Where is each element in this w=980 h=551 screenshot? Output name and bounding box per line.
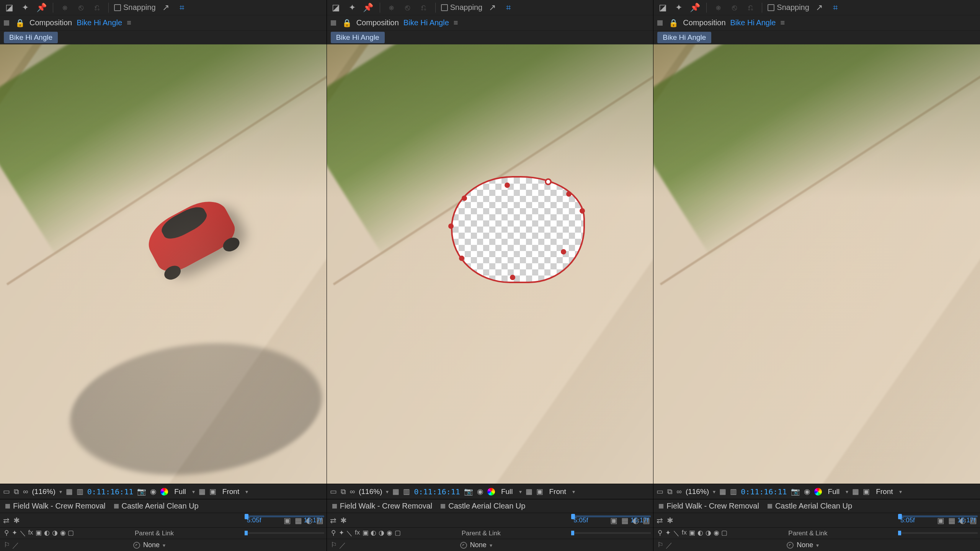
- work-area-handle[interactable]: [245, 531, 248, 535]
- view3d-dropdown-icon[interactable]: ▾: [899, 489, 902, 495]
- region-icon[interactable]: ▣: [536, 487, 543, 496]
- grid-icon[interactable]: ▦: [66, 487, 73, 496]
- pin-icon[interactable]: 📌: [689, 2, 701, 14]
- visibility-icon[interactable]: ／: [666, 541, 673, 550]
- puppet-2-icon[interactable]: ⎋: [728, 2, 740, 14]
- zoom-readout[interactable]: (116%): [359, 487, 382, 496]
- resolution-dropdown-icon[interactable]: ▾: [846, 489, 848, 495]
- parent-dropdown[interactable]: None ▾: [460, 541, 492, 549]
- zoom-dropdown-icon[interactable]: ▾: [386, 489, 389, 495]
- adjust-icon[interactable]: ◑: [51, 529, 58, 538]
- label-color-icon[interactable]: ⚐: [4, 541, 10, 550]
- mask-vertex[interactable]: [448, 223, 454, 229]
- av-icon[interactable]: ✦: [338, 529, 345, 538]
- puppet-2-icon[interactable]: ⎋: [75, 2, 87, 14]
- mask-icon[interactable]: ∞: [676, 487, 682, 496]
- fx-icon[interactable]: fx: [681, 529, 688, 538]
- work-area-slider[interactable]: [242, 528, 327, 539]
- av-icon[interactable]: ✦: [11, 529, 18, 538]
- mask-vertex[interactable]: [561, 249, 566, 254]
- magnify-icon[interactable]: ▭: [3, 487, 10, 496]
- transparency-grid-icon[interactable]: ▦: [199, 487, 206, 496]
- motion-blur-col-icon[interactable]: ◐: [43, 529, 50, 538]
- resolution-dropdown[interactable]: Full: [499, 487, 515, 497]
- 3d-icon[interactable]: ◉: [386, 529, 393, 538]
- mask-icon[interactable]: ∞: [23, 487, 28, 496]
- snap-option-1-icon[interactable]: ↗: [160, 2, 172, 14]
- region-icon[interactable]: ▣: [863, 487, 870, 496]
- brush-icon[interactable]: ✦: [19, 2, 31, 14]
- mask-path[interactable]: [451, 176, 585, 283]
- playhead-icon[interactable]: [898, 514, 902, 519]
- mask-icon[interactable]: ∞: [350, 487, 355, 496]
- zoom-dropdown-icon[interactable]: ▾: [713, 489, 715, 495]
- time-ruler[interactable]: 5:05f 15:17f: [242, 513, 327, 527]
- frame-blend-col-icon[interactable]: ▣: [35, 529, 42, 538]
- pin-icon[interactable]: 📌: [35, 2, 47, 14]
- frame-blend-col-icon[interactable]: ▣: [689, 529, 696, 538]
- transparency-grid-icon[interactable]: ▦: [852, 487, 859, 496]
- view3d-dropdown-icon[interactable]: ▾: [245, 489, 248, 495]
- mask-vertex-selected[interactable]: [545, 178, 552, 185]
- eraser-icon[interactable]: ◪: [330, 2, 342, 14]
- fx-icon[interactable]: fx: [27, 529, 34, 538]
- magnify-icon[interactable]: ▭: [330, 487, 337, 496]
- shy-icon[interactable]: ⚲: [657, 529, 663, 538]
- mask-vertex[interactable]: [505, 183, 510, 188]
- flow-icon[interactable]: [4, 20, 9, 26]
- composition-name-link[interactable]: Bike Hi Angle: [77, 18, 122, 27]
- label-color-icon[interactable]: ⚐: [331, 541, 337, 550]
- layer-row[interactable]: ⚐ ／ None ▾: [653, 539, 980, 551]
- timeline-tab-1[interactable]: Field Walk - Crew Removal: [332, 502, 433, 510]
- adjust-icon[interactable]: ◑: [378, 529, 385, 538]
- collapse-icon[interactable]: ▢: [721, 529, 728, 538]
- composition-name-link[interactable]: Bike Hi Angle: [730, 18, 776, 27]
- puppet-3-icon[interactable]: ⎌: [91, 2, 103, 14]
- view3d-dropdown-icon[interactable]: ▾: [572, 489, 575, 495]
- snapshot-icon[interactable]: 📷: [137, 487, 146, 496]
- eraser-icon[interactable]: ◪: [3, 2, 15, 14]
- zoom-readout[interactable]: (116%): [32, 487, 56, 496]
- resolution-dropdown[interactable]: Full: [172, 487, 188, 497]
- pickwhip-icon[interactable]: [787, 542, 794, 549]
- alpha-icon[interactable]: ⧉: [14, 487, 19, 496]
- composition-tab-active[interactable]: Bike Hi Angle: [657, 32, 711, 43]
- work-area-slider[interactable]: [569, 528, 653, 539]
- guides-icon[interactable]: ▥: [403, 487, 410, 496]
- alpha-icon[interactable]: ⧉: [667, 487, 673, 496]
- puppet-1-icon[interactable]: ⎈: [385, 2, 398, 14]
- snap-option-1-icon[interactable]: ↗: [813, 2, 825, 14]
- channel-icon[interactable]: ◉: [477, 487, 483, 496]
- timeline-tab-2[interactable]: Castle Aerial Clean Up: [768, 502, 852, 510]
- timeline-tab-1[interactable]: Field Walk - Crew Removal: [5, 502, 106, 510]
- mask-vertex[interactable]: [566, 191, 572, 197]
- fx-icon[interactable]: fx: [354, 529, 361, 538]
- snapping-toggle[interactable]: Snapping: [441, 3, 483, 12]
- timeline-tab-2[interactable]: Castle Aerial Clean Up: [441, 502, 525, 510]
- brush-icon[interactable]: ✦: [673, 2, 685, 14]
- composition-viewer[interactable]: [0, 44, 327, 484]
- view3d-dropdown[interactable]: Front: [220, 487, 242, 497]
- composition-tab-active[interactable]: Bike Hi Angle: [331, 32, 385, 43]
- collapse-icon[interactable]: ▢: [67, 529, 74, 538]
- snap-option-2-icon[interactable]: ⌗: [176, 2, 188, 14]
- lock-icon[interactable]: 🔒: [669, 18, 678, 28]
- zoom-readout[interactable]: (116%): [686, 487, 709, 496]
- lock-icon[interactable]: 🔒: [15, 18, 25, 28]
- parent-dropdown[interactable]: None ▾: [787, 541, 819, 549]
- search-comp-icon[interactable]: ⇄: [3, 516, 10, 525]
- resolution-dropdown-icon[interactable]: ▾: [519, 489, 522, 495]
- label-color-icon[interactable]: ⚐: [657, 541, 663, 550]
- view3d-dropdown[interactable]: Front: [874, 487, 895, 497]
- comp-mini-flowchart-icon[interactable]: ✱: [340, 516, 347, 525]
- flow-icon[interactable]: [331, 20, 336, 26]
- grid-icon[interactable]: ▦: [392, 487, 399, 496]
- 3d-icon[interactable]: ◉: [59, 529, 66, 538]
- current-time[interactable]: 0:11:16:11: [741, 487, 787, 496]
- parent-dropdown-icon[interactable]: ▾: [816, 542, 819, 548]
- magnify-icon[interactable]: ▭: [657, 487, 663, 496]
- snap-option-2-icon[interactable]: ⌗: [829, 2, 841, 14]
- region-icon[interactable]: ▣: [209, 487, 216, 496]
- comp-mini-flowchart-icon[interactable]: ✱: [13, 516, 20, 525]
- parent-dropdown-icon[interactable]: ▾: [163, 542, 165, 548]
